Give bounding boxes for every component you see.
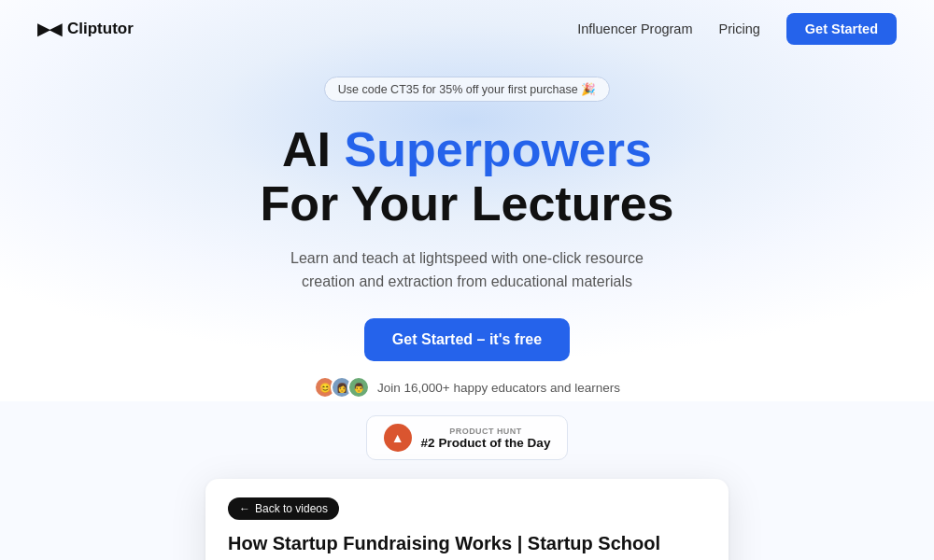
navbar: ▶◀ Cliptutor Influencer Program Pricing … <box>0 0 934 58</box>
product-hunt-rank: #2 Product of the Day <box>421 436 551 450</box>
influencer-program-link[interactable]: Influencer Program <box>577 21 692 36</box>
logo-icon: ▶◀ <box>37 20 62 39</box>
product-hunt-icon: ▲ <box>384 424 412 452</box>
product-hunt-label: PRODUCT HUNT <box>421 427 551 436</box>
promo-text: Use code CT35 for 35% off your first pur… <box>338 82 596 96</box>
hero-cta-button[interactable]: Get Started – it's free <box>364 318 570 361</box>
hero-subtitle: Learn and teach at lightspeed with one-c… <box>271 247 663 294</box>
back-arrow-icon: ← <box>239 502 250 515</box>
video-title: How Startup Fundraising Works | Startup … <box>228 533 706 554</box>
brand-name: Cliptutor <box>67 20 134 38</box>
back-to-videos-button[interactable]: ← Back to videos <box>228 497 339 520</box>
hero-title: AI Superpowers For Your Lectures <box>260 122 673 231</box>
product-hunt-info: PRODUCT HUNT #2 Product of the Day <box>421 427 551 450</box>
promo-badge[interactable]: Use code CT35 for 35% off your first pur… <box>324 77 610 102</box>
hero-section: Use code CT35 for 35% off your first pur… <box>0 58 934 460</box>
product-hunt-badge[interactable]: ▲ PRODUCT HUNT #2 Product of the Day <box>366 415 569 460</box>
hero-title-line1: AI Superpowers <box>260 122 673 176</box>
pricing-link[interactable]: Pricing <box>719 21 760 36</box>
avatar-group: 😊 👩 👨 <box>314 376 370 399</box>
back-btn-label: Back to videos <box>255 502 328 515</box>
social-proof-text: Join 16,000+ happy educators and learner… <box>377 381 620 395</box>
hero-title-blue: Superpowers <box>345 122 652 176</box>
app-preview-card: ← Back to videos How Startup Fundraising… <box>205 479 729 560</box>
hero-title-plain: AI <box>282 122 344 176</box>
get-started-nav-button[interactable]: Get Started <box>786 13 897 45</box>
nav-links: Influencer Program Pricing Get Started <box>577 13 897 45</box>
avatar-3: 👨 <box>347 376 370 399</box>
hero-title-line2: For Your Lectures <box>260 176 673 231</box>
logo: ▶◀ Cliptutor <box>37 20 134 39</box>
social-proof: 😊 👩 👨 Join 16,000+ happy educators and l… <box>314 376 620 399</box>
